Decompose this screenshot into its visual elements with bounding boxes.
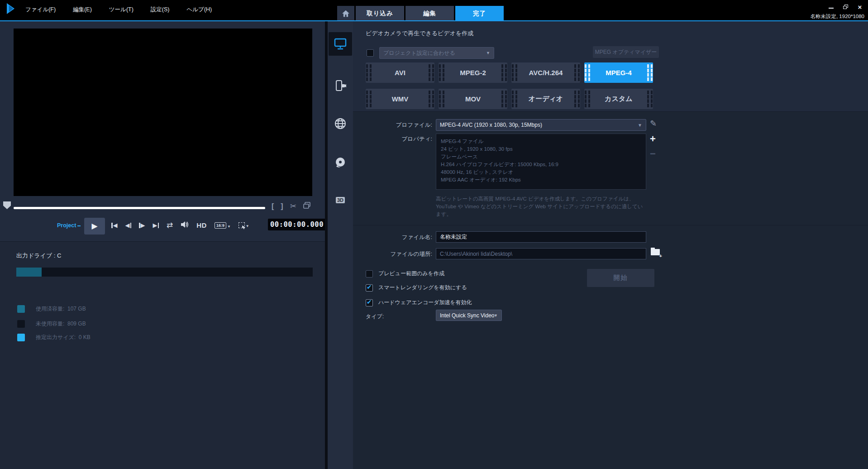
- location-input[interactable]: C:\Users\Akinori Iida\Desktop\: [436, 248, 646, 259]
- profile-label: プロファイル:: [353, 121, 432, 129]
- menu-tools[interactable]: ツール(T): [107, 5, 135, 15]
- home-tab-button[interactable]: [337, 6, 354, 21]
- menu-bar: ファイル(F) 編集(E) ツール(T) 設定(S) ヘルプ(H): [24, 5, 214, 15]
- aspect-ratio-button[interactable]: 16:9 ▼: [215, 222, 231, 229]
- format-mpeg2[interactable]: MPEG-2: [439, 62, 507, 83]
- start-button[interactable]: 開始: [587, 269, 654, 287]
- 3d-icon: 3D: [336, 197, 345, 203]
- hw-encoder-row: ハードウェアエンコーダ加速を有効化: [366, 299, 472, 306]
- add-profile-button[interactable]: +: [650, 133, 656, 145]
- category-disc-button[interactable]: [328, 154, 353, 171]
- video-preview-area: [14, 29, 312, 196]
- legend-free: 未使用容量: 809 GB: [17, 320, 86, 328]
- share-heading: ビデオカメラで再生できるビデオを作成: [366, 29, 473, 38]
- monitor-icon: [334, 38, 347, 50]
- mobile-device-icon: [334, 80, 346, 92]
- format-wmv[interactable]: WMV: [366, 89, 434, 109]
- hw-encoder-checkbox[interactable]: [366, 299, 373, 306]
- title-bar: ファイル(F) 編集(E) ツール(T) 設定(S) ヘルプ(H) 取り込み 編…: [0, 0, 868, 21]
- restore-button[interactable]: [842, 4, 849, 10]
- drive-usage-bar: [16, 268, 313, 277]
- match-project-dropdown[interactable]: プロジェクト設定に合わせる ▼: [379, 47, 494, 59]
- tab-share[interactable]: 完了: [455, 6, 504, 21]
- project-status-text: 名称未設定, 1920*1080: [810, 13, 864, 20]
- mpeg-optimizer-button[interactable]: MPEG オプティマイザー: [593, 46, 659, 58]
- mark-in-button[interactable]: [: [272, 202, 274, 211]
- smart-render-checkbox[interactable]: [366, 284, 373, 292]
- volume-button[interactable]: [181, 221, 189, 230]
- profile-description: 高ビットレートの高画質 MPEG-4 AVC ビデオを作成します。このプロファイ…: [436, 195, 648, 218]
- playback-mode-project[interactable]: Project: [57, 222, 81, 229]
- legend-free-swatch: [17, 320, 25, 328]
- legend-estimated-swatch: [17, 334, 25, 341]
- selection-tool-button[interactable]: ▼: [238, 222, 249, 228]
- properties-label: プロパティ:: [353, 135, 432, 143]
- format-mpeg4[interactable]: MPEG-4: [584, 62, 653, 83]
- transport-buttons: ◀ ◀ ▶ ▶ ⇄ HD 16:9 ▼: [111, 220, 249, 230]
- category-3d-button[interactable]: 3D: [328, 194, 353, 206]
- browse-folder-button[interactable]: +: [651, 247, 662, 257]
- close-button[interactable]: ×: [856, 4, 863, 10]
- project-caret-icon: [77, 225, 81, 226]
- scrubber-marker[interactable]: [3, 201, 11, 209]
- filename-label: ファイル名:: [353, 234, 432, 241]
- format-custom[interactable]: カスタム: [584, 89, 653, 109]
- repeat-button[interactable]: ⇄: [167, 220, 173, 230]
- preview-panel: [ ] ✂ Project ▶ ◀ ◀ ▶: [0, 21, 325, 469]
- go-start-button[interactable]: ◀: [111, 222, 118, 229]
- go-end-button[interactable]: ▶: [153, 222, 159, 229]
- remove-profile-button[interactable]: −: [650, 148, 656, 160]
- match-project-checkbox[interactable]: [367, 49, 374, 57]
- format-audio[interactable]: オーディオ: [511, 89, 580, 109]
- share-panel: ビデオカメラで再生できるビデオを作成 プロジェクト設定に合わせる ▼ MPEG …: [353, 21, 868, 469]
- profile-dropdown[interactable]: MPEG-4 AVC (1920 x 1080, 30p, 15Mbps) ▼: [436, 119, 646, 131]
- share-category-sidebar: 3D: [328, 21, 353, 469]
- split-clip-icon[interactable]: ✂: [290, 201, 296, 211]
- encoder-type-dropdown[interactable]: Intel Quick Sync Video ▼: [436, 310, 502, 321]
- app-logo-icon: [5, 3, 19, 14]
- format-mov[interactable]: MOV: [439, 89, 507, 109]
- dropdown-caret-icon: ▼: [486, 51, 490, 55]
- enlarge-preview-icon[interactable]: [303, 202, 310, 211]
- location-label: ファイルの場所:: [353, 250, 432, 258]
- hd-preview-toggle[interactable]: HD: [196, 221, 207, 229]
- drive-used-fill: [16, 268, 42, 277]
- output-drive-title: 出力ドライブ : C: [16, 252, 61, 260]
- edit-profile-button[interactable]: ✎: [650, 119, 657, 129]
- legend-used: 使用済容量: 107 GB: [17, 305, 86, 313]
- smart-render-row: スマートレンダリングを有効にする: [366, 284, 467, 292]
- tab-capture[interactable]: 取り込み: [356, 6, 404, 21]
- timecode-display[interactable]: 00:00:00.000: [268, 219, 326, 230]
- play-button[interactable]: ▶: [84, 218, 105, 234]
- seek-bar[interactable]: [14, 207, 265, 209]
- workspace-tabs: 取り込み 編集 完了: [337, 6, 504, 21]
- prev-frame-button[interactable]: ◀: [125, 222, 132, 229]
- window-controls: ×: [827, 4, 863, 10]
- category-web-button[interactable]: [328, 115, 353, 132]
- menu-settings[interactable]: 設定(S): [149, 5, 172, 15]
- next-frame-button[interactable]: ▶: [139, 222, 145, 229]
- trim-controls: [ ] ✂: [272, 201, 310, 211]
- preview-range-row: プレビュー範囲のみを作成: [366, 270, 444, 278]
- home-icon: [342, 10, 350, 17]
- globe-icon: [334, 118, 346, 129]
- properties-box: MPEG-4 ファイル 24 ビット, 1920 x 1080, 30 fps …: [436, 134, 646, 190]
- filename-input[interactable]: 名称未設定: [436, 231, 646, 243]
- format-avi[interactable]: AVI: [366, 62, 434, 83]
- category-computer-button[interactable]: [329, 32, 352, 56]
- output-drive-section: 出力ドライブ : C 使用済容量: 107 GB 未使用容量: 809 GB 推…: [0, 242, 325, 469]
- section-seam: [353, 225, 868, 225]
- menu-help[interactable]: ヘルプ(H): [185, 5, 214, 15]
- encoder-type-label: タイプ:: [366, 313, 384, 321]
- dvd-disc-icon: [334, 157, 346, 168]
- preview-range-checkbox[interactable]: [366, 270, 373, 278]
- menu-file[interactable]: ファイル(F): [24, 5, 57, 15]
- legend-used-swatch: [17, 305, 25, 313]
- category-device-button[interactable]: [328, 78, 353, 94]
- tab-edit[interactable]: 編集: [405, 6, 454, 21]
- menu-edit[interactable]: 編集(E): [71, 5, 94, 15]
- main-content: [ ] ✂ Project ▶ ◀ ◀ ▶: [0, 21, 868, 469]
- mark-out-button[interactable]: ]: [281, 202, 283, 211]
- minimize-button[interactable]: [827, 4, 835, 10]
- format-avc-h264[interactable]: AVC/H.264: [511, 62, 580, 83]
